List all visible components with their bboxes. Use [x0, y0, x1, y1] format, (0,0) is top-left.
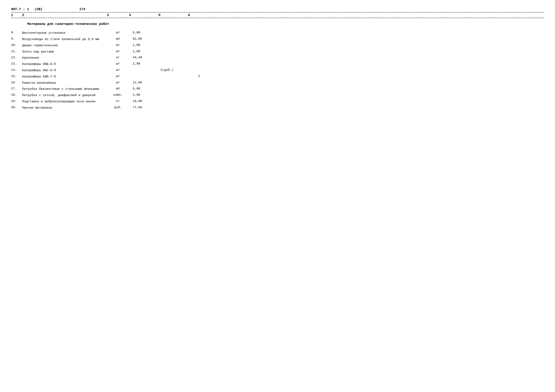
cell-num-2: 10.: [11, 43, 22, 47]
cell-num-10: 18.: [11, 93, 22, 97]
table-row: 19. Подставки и виброизолирующие осно-ва…: [11, 99, 544, 104]
table-row: 17. Патрубки брезентовые с стальными фла…: [11, 87, 544, 91]
cell-qty-8: 12,00: [129, 81, 159, 84]
cell-num-8: 16.: [11, 81, 22, 84]
table-row: 8. Вентиляторные установки шт 5,00: [11, 31, 544, 35]
cell-desc-0: Вентиляторные установки: [22, 31, 107, 35]
cell-desc-11: Подставки и виброизолирующие осно-вания: [22, 99, 107, 104]
cell-qty-0: 5,00: [129, 31, 159, 34]
table-row: 20. Прочие материалы руб. 77,60: [11, 106, 544, 110]
cell-desc-1: Воздуховоды из стали кровельной до 0,8 м…: [22, 37, 107, 42]
col-header-6: 6: [188, 13, 210, 17]
cell-unit-8: шт: [107, 81, 129, 84]
cell-num-12: 20.: [11, 106, 22, 109]
table-row: 10. Двери герметические шт 1,00: [11, 43, 544, 48]
table-body: 8. Вентиляторные установки шт 5,00 9. Во…: [11, 31, 544, 110]
cell-unit-9: м2: [107, 87, 129, 90]
cell-qty-3: 1,00: [129, 50, 159, 53]
cell-unit-5: шт: [107, 62, 129, 66]
cell-unit-10: комп.: [107, 93, 129, 97]
col-header-2: 2: [22, 13, 107, 17]
cell-desc-8: Решетки жалюзийные: [22, 81, 107, 85]
col-header-1: 1: [11, 13, 22, 17]
cell-unit-6: шт: [107, 68, 129, 72]
cell-unit-1: м2: [107, 37, 129, 41]
header-row: 90Т-7 – 1 (УШ) 174: [11, 7, 544, 11]
cell-qty-1: 62,00: [129, 37, 159, 41]
section-title: Материалы для санитарно-технических рабо…: [22, 22, 114, 26]
header-code: 90Т-7 – 1: [11, 7, 29, 11]
table-row: 16. Решетки жалюзийные шт 12,00: [11, 81, 544, 85]
cell-desc-12: Прочие материалы: [22, 106, 107, 110]
cell-num-5: 13.: [11, 62, 22, 66]
cell-qty-4: 44,48: [129, 56, 159, 59]
cell-unit-11: кг: [107, 99, 129, 103]
cell-qty-2: 1,00: [129, 43, 159, 47]
cell-num-3: 11.: [11, 50, 22, 53]
cell-num-6: 14.: [11, 68, 22, 72]
cell-desc-4: Крепления: [22, 56, 107, 60]
cell-desc-10: Патрубки с сеткой, диафрагмой и дверкой: [22, 93, 107, 97]
cell-col5-6: 2(доб.): [159, 68, 188, 72]
table-row: 9. Воздуховоды из стали кровельной до 0,…: [11, 37, 544, 42]
table-row: 14. Калориферы КВС–6–П шт 2(доб.): [11, 68, 544, 73]
cell-desc-6: Калориферы КВС–6–П: [22, 68, 107, 73]
cell-unit-7: шт: [107, 74, 129, 78]
cell-qty-11: 16,80: [129, 99, 159, 103]
col-header-5: 5: [159, 13, 188, 17]
cell-unit-0: шт: [107, 31, 129, 34]
cell-num-9: 17.: [11, 87, 22, 90]
table-row: 11. Зонты над шахтами шт 1,00: [11, 50, 544, 54]
cell-num-4: 12.: [11, 56, 22, 59]
cell-desc-7: Калориферы КВБ–7–П: [22, 74, 107, 79]
table-row: 18. Патрубки с сеткой, диафрагмой и двер…: [11, 93, 544, 97]
table-row: 13. Калориферы КВБ–6–П шт 2,00: [11, 62, 544, 66]
cell-qty-9: 5,00: [129, 87, 159, 90]
cell-col6-7: 2: [188, 74, 210, 78]
cell-unit-4: кг: [107, 56, 129, 59]
cell-unit-2: шт: [107, 43, 129, 47]
cell-qty-5: 2,00: [129, 62, 159, 66]
col-header-3: 3: [107, 13, 129, 17]
col-header-4: 4: [129, 13, 159, 17]
cell-qty-10: 2,00: [129, 93, 159, 97]
header-type: (УШ): [35, 7, 42, 11]
cell-qty-12: 77,60: [129, 106, 159, 109]
cell-unit-12: руб.: [107, 106, 129, 109]
cell-num-11: 19.: [11, 99, 22, 103]
columns-header: 1 2 3 4 5 6: [11, 13, 544, 18]
cell-desc-5: Калориферы КВБ–6–П: [22, 62, 107, 66]
table-row: 12. Крепления кг 44,48: [11, 56, 544, 60]
cell-desc-9: Патрубки брезентовые с стальными фланцам…: [22, 87, 107, 91]
cell-num-7: 15.: [11, 74, 22, 78]
cell-desc-3: Зонты над шахтами: [22, 50, 107, 54]
cell-desc-2: Двери герметические: [22, 43, 107, 48]
cell-num-1: 9.: [11, 37, 22, 41]
cell-unit-3: шт: [107, 50, 129, 53]
cell-num-0: 8.: [11, 31, 22, 34]
header-number: 174: [79, 7, 85, 11]
table-row: 15. Калориферы КВБ–7–П шт 2: [11, 74, 544, 79]
